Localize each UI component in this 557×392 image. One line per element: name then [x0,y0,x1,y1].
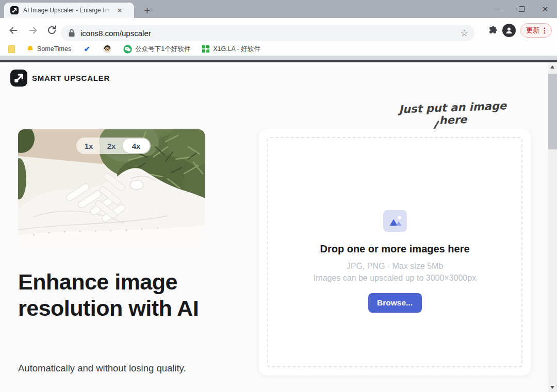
brand-text: SMART UPSCALER [32,74,110,82]
close-button[interactable]: ✕ [533,0,557,18]
close-icon: ✕ [542,5,549,13]
toolbar-right: 更新 ⋮ [487,18,552,42]
image-placeholder-icon [383,210,407,232]
boy-avatar-icon [103,44,112,54]
dropzone-title: Drop one or more images here [268,243,521,255]
dropzone-size-hint: Images can be upscaled up to 3000×3000px [268,274,521,283]
bookmark-label: 公众号下1个好软件 [135,45,190,54]
scale-option-1x[interactable]: 1x [77,139,100,153]
chrome-update-button[interactable]: 更新 ⋮ [520,23,552,38]
bookmark-star-icon[interactable]: ☆ [461,28,468,39]
title-bar: AI Image Upscaler - Enlarge Im ✕ ＋ ✕ [0,0,557,18]
menu-dots-icon: ⋮ [541,26,548,35]
yellow-note-icon [8,45,15,53]
forward-arrow-icon [27,25,39,36]
tab-title: AI Image Upscaler - Enlarge Im [23,7,114,14]
smart-upscaler-logo[interactable]: SMART UPSCALER [10,70,110,87]
minimize-icon [495,9,501,9]
tab-close-icon[interactable]: ✕ [115,6,124,15]
new-tab-button[interactable]: ＋ [140,4,154,16]
annotation-text: Just put an image here [385,99,520,128]
blue-check-icon: ✔ [83,45,91,54]
scroll-down-icon[interactable] [550,386,554,389]
browser-window: AI Image Upscaler - Enlarge Im ✕ ＋ ✕ [0,0,557,392]
page-subtitle: Automatically and without losing quality… [18,363,186,374]
address-bar[interactable]: icons8.com/upscaler ☆ [61,25,474,41]
profile-avatar[interactable] [502,24,516,37]
back-arrow-icon [8,25,19,36]
bookmark-avatar[interactable] [103,44,112,54]
forward-button[interactable] [26,23,40,38]
browse-button[interactable]: Browse... [368,293,422,313]
extensions-puzzle-icon[interactable] [487,25,498,36]
update-label: 更新 [526,26,539,35]
upscaler-logo-icon [10,70,27,87]
bookmark-label: X1G.LA - 好软件 [213,45,260,54]
lock-icon [68,29,75,37]
reload-icon [46,25,57,36]
scale-option-4x[interactable]: 4x [123,139,150,153]
scroll-up-icon[interactable] [550,65,554,69]
scale-selector: 1x 2x 4x [76,138,151,154]
person-icon [505,26,513,35]
maximize-button[interactable] [510,0,533,18]
bookmark-x1g[interactable]: X1G.LA - 好软件 [202,45,260,54]
scale-option-2x[interactable]: 2x [100,139,123,153]
dropzone-formats-hint: JPG, PNG · Max size 5Mb [268,262,521,271]
bookmark-sometimes[interactable]: SomeTimes [26,45,71,53]
wechat-icon [123,45,132,54]
bookmark-folder[interactable] [8,45,15,53]
bell-icon [26,45,34,53]
reload-button[interactable] [44,23,59,38]
bookmark-label: SomeTimes [37,45,71,53]
upscaler-favicon-icon [10,6,19,14]
bookmarks-bar: SomeTimes ✔ 公众号下1个好软件 [0,42,557,56]
window-controls: ✕ [486,0,557,18]
dropzone-card: Drop one or more images here JPG, PNG · … [259,129,531,376]
url-text: icons8.com/upscaler [80,29,461,38]
page-title: Enhance image resolution with AI [18,269,222,321]
dropzone-dashed-area[interactable]: Drop one or more images here JPG, PNG · … [267,137,522,367]
minimize-button[interactable] [486,0,510,18]
x1g-pixel-icon [202,45,210,53]
scrollbar-thumb[interactable] [548,74,557,149]
divider-strip [0,56,557,60]
browser-tab[interactable]: AI Image Upscaler - Enlarge Im ✕ [4,3,134,18]
back-button[interactable] [6,23,21,38]
bookmark-wechat[interactable]: 公众号下1个好软件 [123,45,190,54]
bookmark-check[interactable]: ✔ [83,45,91,54]
page-scrollbar[interactable] [548,62,557,392]
maximize-icon [519,6,525,12]
